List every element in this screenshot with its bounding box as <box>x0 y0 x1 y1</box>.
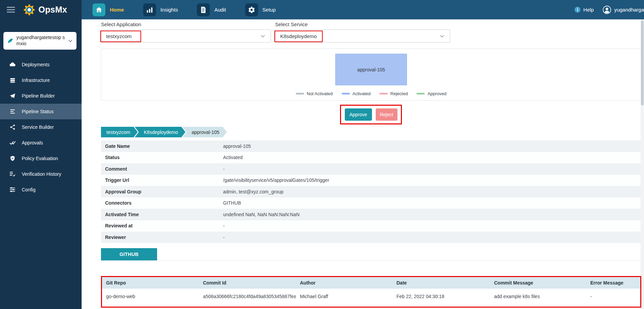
application-select-value: testxyzcom <box>106 33 132 39</box>
detail-label: Comment <box>101 166 223 172</box>
github-tab[interactable]: GITHUB <box>101 248 157 260</box>
status-legend: Not Activated Activated Rejected Approve… <box>296 91 446 96</box>
sidebar-item-label: Deployments <box>22 62 50 67</box>
detail-row-trigger-url: Trigger Url /gate/visibilityservice/v5/a… <box>101 175 641 186</box>
help-button[interactable]: Help <box>574 6 594 13</box>
audit-icon <box>197 3 210 16</box>
approve-button[interactable]: Approve <box>345 108 372 121</box>
policy-evaluation-icon <box>9 155 16 161</box>
sidebar-item-verification-history[interactable]: Verification History <box>0 166 82 182</box>
org-selector[interactable]: yugandhargatetestop smxio <box>3 32 77 50</box>
column-header-commit-message: Commit Message <box>490 280 586 286</box>
column-header-commit-id: Commit Id <box>199 280 296 286</box>
breadcrumb-gate[interactable]: approval-105 <box>182 127 227 137</box>
sidebar-item-pipeline-builder[interactable]: Pipeline Builder <box>0 88 82 104</box>
annotation-action-buttons: Approve Reject <box>340 105 402 124</box>
top-navigation-bar: Home Insights Audit Setup Help yugandha <box>82 0 644 19</box>
detail-value: - <box>223 235 641 240</box>
sidebar-item-label: Service Builder <box>22 124 54 130</box>
legend-item-approved: Approved <box>417 91 446 96</box>
breadcrumb-application[interactable]: testxyzcom <box>101 127 138 137</box>
detail-label: Reviewer <box>101 235 223 240</box>
cell-date: Feb 22, 2022 04:30:18 <box>392 294 490 299</box>
gate-node[interactable]: approval-105 <box>335 54 407 85</box>
commits-table-header: Git Repo Commit Id Author Date Commit Me… <box>102 277 640 289</box>
reject-button[interactable]: Reject <box>376 108 397 121</box>
org-name: yugandhargatetestop smxio <box>16 35 65 47</box>
cell-commit-message: add example k8s files <box>490 294 586 299</box>
application-select[interactable]: testxyzcom <box>101 30 271 42</box>
activated-swatch <box>342 93 350 95</box>
tab-divider <box>101 260 641 261</box>
detail-value: /gate/visibilityservice/v5/approvalGates… <box>223 177 641 183</box>
home-icon <box>92 3 105 16</box>
sidebar-item-approvals[interactable]: Approvals <box>0 135 82 151</box>
breadcrumb: testxyzcom K8sdeploydemo approval-105 <box>101 127 227 137</box>
detail-label: Status <box>101 155 223 160</box>
main-content: Select Application testxyzcom Select Ser… <box>82 19 644 309</box>
breadcrumb-service[interactable]: K8sdeploydemo <box>135 127 185 137</box>
detail-row-gate-name: Gate Name approval-105 <box>101 140 641 152</box>
nav-audit[interactable]: Audit <box>197 3 226 16</box>
column-header-date: Date <box>392 280 490 286</box>
approved-swatch <box>417 93 425 95</box>
deployments-icon <box>9 61 16 68</box>
chevron-down-icon <box>439 33 445 39</box>
legend-item-not-activated: Not Activated <box>296 91 333 96</box>
config-icon <box>9 186 16 193</box>
sidebar-item-service-builder[interactable]: Service Builder <box>0 119 82 135</box>
detail-value: Activated <box>223 155 641 160</box>
sidebar-item-label: Approvals <box>22 140 43 145</box>
sidebar-item-pipeline-status[interactable]: Pipeline Status <box>0 104 82 119</box>
detail-label: Activated Time <box>101 212 223 217</box>
sidebar: OpsMx yugandhargatetestop smxio Deployme… <box>0 0 82 309</box>
detail-label: Gate Name <box>101 143 223 149</box>
approvals-icon <box>9 139 16 146</box>
sidebar-item-label: Pipeline Builder <box>22 93 55 99</box>
verification-history-icon <box>9 171 16 177</box>
brand-name: OpsMx <box>38 5 67 15</box>
vertical-scrollbar[interactable] <box>641 19 644 309</box>
nav-home[interactable]: Home <box>92 3 124 16</box>
nav-home-label: Home <box>110 7 124 13</box>
cell-commit-id: a508a30666fc2180c4fda49a8305345887fea... <box>199 294 296 299</box>
detail-row-status: Status Activated <box>101 152 641 164</box>
sidebar-item-label: Config <box>22 187 35 192</box>
detail-row-activated-time: Activated Time undefined NaN, NaN NaN:Na… <box>101 209 641 220</box>
detail-row-reviewer: Reviewer - <box>101 231 641 243</box>
sidebar-item-policy-evaluation[interactable]: Policy Evaluation <box>0 151 82 166</box>
service-select-value: K8sdeploydemo <box>280 33 317 39</box>
nav-setup[interactable]: Setup <box>245 3 276 16</box>
detail-row-comment: Comment - <box>101 163 641 175</box>
sidebar-item-deployments[interactable]: Deployments <box>0 57 82 72</box>
rejected-swatch <box>379 93 388 95</box>
legend-label: Not Activated <box>307 91 333 96</box>
pipeline-panel: approval-105 Not Activated Activated Rej… <box>101 49 641 101</box>
legend-label: Activated <box>353 91 371 96</box>
sidebar-item-label: Policy Evaluation <box>22 156 58 161</box>
detail-value: GITHUB <box>223 200 641 206</box>
nav-audit-label: Audit <box>214 7 226 13</box>
detail-label: Connectors <box>101 200 223 206</box>
hamburger-menu-icon[interactable] <box>7 7 15 13</box>
chevron-down-icon <box>260 33 266 39</box>
detail-row-approval-group: Approval Group admin, test@xyz.com_group <box>101 186 641 198</box>
detail-value: approval-105 <box>223 143 641 149</box>
commits-table: Git Repo Commit Id Author Date Commit Me… <box>102 277 640 304</box>
table-row: go-demo-web a508a30666fc2180c4fda49a8305… <box>102 289 640 304</box>
nav-insights[interactable]: Insights <box>143 3 178 16</box>
service-select[interactable]: K8sdeploydemo <box>275 30 450 42</box>
detail-label: Approval Group <box>101 189 223 194</box>
pipeline-status-icon <box>9 108 16 115</box>
sidebar-item-config[interactable]: Config <box>0 182 82 198</box>
sidebar-item-label: Infrastructure <box>22 78 50 83</box>
opsmx-logo-icon <box>23 4 35 16</box>
scrollbar-thumb[interactable] <box>641 20 644 105</box>
service-builder-icon <box>9 124 16 130</box>
column-header-error-message: Error Message <box>586 280 640 286</box>
detail-row-reviewed-at: Reviewed at - <box>101 220 641 232</box>
application-select-label: Select Application <box>101 21 141 27</box>
username: yugandharga <box>614 7 644 13</box>
user-menu[interactable]: yugandharga <box>603 5 644 14</box>
sidebar-item-infrastructure[interactable]: Infrastructure <box>0 72 82 88</box>
